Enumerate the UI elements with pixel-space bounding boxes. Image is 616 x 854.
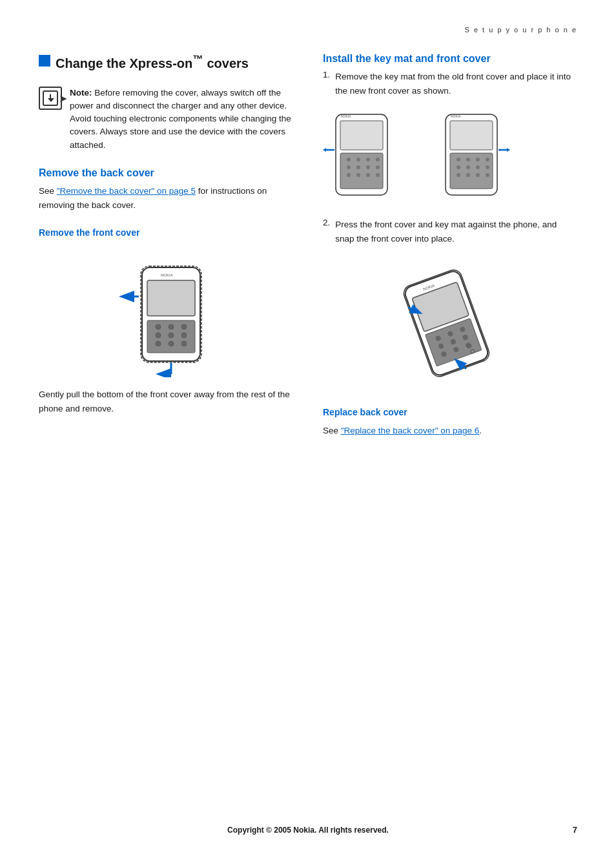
svg-point-11	[181, 333, 187, 338]
svg-point-30	[366, 173, 370, 177]
install-heading: Install the key mat and front cover	[323, 53, 577, 65]
replace-back-cover-text: See "Replace the back cover" on page 6.	[323, 424, 577, 438]
install-step1-text: Remove the key mat from the old front co…	[335, 70, 577, 98]
svg-point-38	[466, 158, 470, 161]
keymat-left-svg: NOKIA	[323, 108, 420, 205]
note-icon	[39, 87, 62, 110]
svg-point-8	[181, 324, 187, 329]
svg-point-27	[376, 165, 380, 169]
copyright-text: Copyright © 2005 Nokia. All rights reser…	[227, 826, 389, 835]
svg-point-9	[156, 333, 161, 338]
page-number: 7	[573, 825, 577, 835]
svg-point-47	[476, 173, 480, 177]
svg-text:NOKIA: NOKIA	[161, 273, 173, 277]
svg-point-45	[457, 173, 460, 177]
svg-point-43	[476, 165, 480, 169]
remove-front-cover-section: Remove the front cover	[39, 227, 297, 415]
svg-point-48	[486, 173, 489, 177]
header-text: S e t u p y o u r p h o n e	[465, 26, 577, 34]
svg-point-41	[457, 165, 460, 169]
remove-front-cover-heading: Remove the front cover	[39, 227, 297, 238]
svg-text:NOKIA: NOKIA	[341, 114, 351, 118]
main-title: Change the Xpress-on™ covers	[39, 53, 297, 71]
svg-point-37	[457, 158, 460, 161]
svg-point-12	[156, 341, 161, 346]
svg-point-40	[486, 158, 489, 161]
snap-cover-svg: NOKIA	[382, 256, 518, 391]
svg-point-26	[366, 165, 370, 169]
remove-back-cover-heading: Remove the back cover	[39, 167, 297, 179]
keymat-illustrations: NOKIA	[323, 108, 577, 205]
footer: Copyright © 2005 Nokia. All rights reser…	[0, 826, 616, 835]
remove-front-cover-text: Gently pull the bottom of the front cove…	[39, 388, 297, 415]
svg-point-13	[169, 341, 174, 346]
svg-point-14	[181, 341, 187, 346]
svg-point-10	[169, 333, 174, 338]
note-box: Note: Before removing the cover, always …	[39, 87, 297, 152]
snap-cover-illustration: NOKIA	[323, 256, 577, 391]
blue-square-icon	[39, 55, 50, 67]
svg-point-28	[347, 173, 351, 177]
svg-rect-18	[340, 121, 383, 150]
svg-point-22	[366, 158, 370, 161]
svg-rect-35	[450, 121, 493, 150]
svg-point-31	[376, 173, 380, 177]
install-section: Install the key mat and front cover 1. R…	[323, 53, 577, 391]
svg-marker-1	[48, 98, 54, 102]
svg-text:NOKIA: NOKIA	[451, 114, 461, 118]
svg-marker-32	[323, 148, 326, 152]
svg-point-25	[356, 165, 360, 169]
note-text: Note: Before removing the cover, always …	[70, 87, 297, 152]
page-header: S e t u p y o u r p h o n e	[39, 26, 577, 34]
remove-back-cover-section: Remove the back cover See "Remove the ba…	[39, 167, 297, 212]
svg-point-6	[156, 324, 161, 329]
install-step2: 2. Press the front cover and key mat aga…	[323, 218, 577, 245]
svg-rect-4	[147, 280, 195, 316]
svg-point-7	[169, 324, 174, 329]
svg-marker-49	[507, 148, 510, 152]
svg-point-42	[466, 165, 470, 169]
install-step2-text: Press the front cover and key mat agains…	[335, 218, 577, 245]
left-column: Change the Xpress-on™ covers Note: Befor…	[39, 53, 297, 453]
page: S e t u p y o u r p h o n e Change the X…	[0, 0, 616, 854]
svg-point-44	[486, 165, 489, 169]
front-cover-removal-illustration: NOKIA	[39, 248, 297, 377]
replace-back-cover-heading: Replace back cover	[323, 407, 577, 417]
svg-point-24	[347, 165, 351, 169]
svg-point-23	[376, 158, 380, 161]
svg-point-21	[356, 158, 360, 161]
replace-back-cover-section: Replace back cover See "Replace the back…	[323, 407, 577, 438]
svg-point-46	[466, 173, 470, 177]
svg-point-20	[347, 158, 351, 161]
keymat-right-svg: NOKIA	[433, 108, 529, 205]
main-title-text: Change the Xpress-on™ covers	[56, 53, 249, 71]
replace-back-cover-link[interactable]: "Replace the back cover" on page 6	[341, 426, 479, 435]
main-content: Change the Xpress-on™ covers Note: Befor…	[39, 53, 577, 453]
remove-back-cover-text: See "Remove the back cover" on page 5 fo…	[39, 184, 297, 212]
svg-point-39	[476, 158, 480, 161]
front-cover-svg: NOKIA	[103, 248, 232, 377]
install-step1: 1. Remove the key mat from the old front…	[323, 70, 577, 98]
remove-back-cover-link[interactable]: "Remove the back cover" on page 5	[57, 186, 196, 196]
svg-point-29	[356, 173, 360, 177]
right-column: Install the key mat and front cover 1. R…	[323, 53, 577, 453]
